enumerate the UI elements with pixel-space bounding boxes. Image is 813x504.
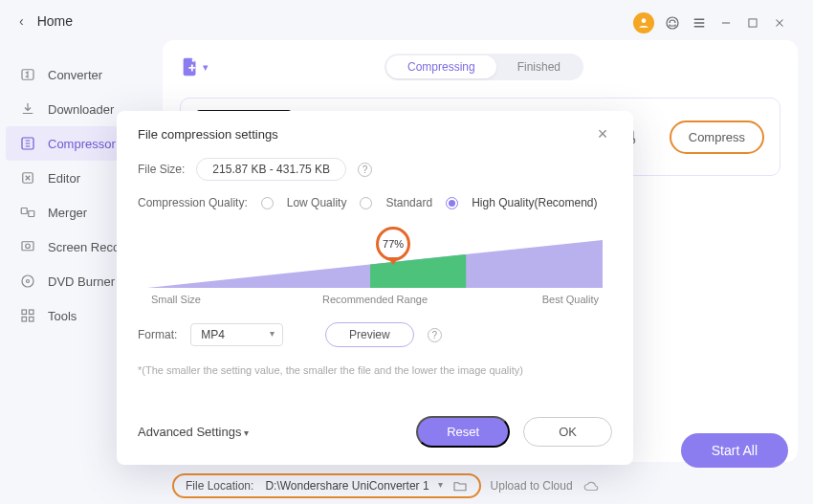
svg-rect-15 bbox=[749, 19, 757, 27]
sidebar-item-label: DVD Burner bbox=[48, 274, 115, 289]
quality-slider-chart[interactable]: 77% Small Size Recommended Range Best Qu… bbox=[147, 225, 603, 299]
tab-finished[interactable]: Finished bbox=[496, 55, 582, 78]
tab-compressing[interactable]: Compressing bbox=[386, 55, 496, 78]
preview-button[interactable]: Preview bbox=[325, 322, 414, 347]
dlg-filesize-value[interactable]: 215.87 KB - 431.75 KB bbox=[196, 158, 346, 181]
svg-point-13 bbox=[642, 18, 647, 23]
downloader-icon bbox=[19, 100, 36, 118]
scale-mid-label: Recommended Range bbox=[322, 294, 428, 305]
svg-rect-10 bbox=[30, 310, 34, 315]
radio-low[interactable] bbox=[261, 197, 274, 209]
format-select[interactable]: MP4 bbox=[190, 323, 283, 346]
minimize-icon[interactable] bbox=[717, 14, 735, 32]
svg-rect-5 bbox=[22, 242, 33, 251]
radio-standard[interactable] bbox=[360, 197, 372, 209]
sidebar-item-label: Tools bbox=[48, 309, 77, 323]
reset-button[interactable]: Reset bbox=[416, 416, 510, 448]
file-location-group: File Location: D:\Wondershare UniConvert… bbox=[172, 473, 481, 498]
tools-icon bbox=[19, 307, 36, 324]
dialog-close-icon[interactable]: × bbox=[593, 124, 612, 144]
merger-icon bbox=[19, 204, 36, 221]
sidebar-item-label: Merger bbox=[48, 206, 87, 220]
open-folder-icon[interactable] bbox=[452, 478, 468, 493]
compression-settings-dialog: File compression settings × File Size: 2… bbox=[117, 111, 633, 465]
upload-cloud-label: Upload to Cloud bbox=[491, 479, 573, 493]
dialog-hint: *(The smaller the setting value, the sma… bbox=[138, 364, 612, 376]
svg-point-6 bbox=[26, 244, 31, 249]
file-location-select[interactable]: D:\Wondershare UniConverter 1 bbox=[261, 479, 444, 493]
compression-quality-label: Compression Quality: bbox=[138, 196, 248, 209]
screenrecorder-icon bbox=[19, 238, 36, 255]
svg-point-8 bbox=[27, 280, 30, 283]
back-icon[interactable]: ‹ bbox=[19, 13, 24, 29]
dvdburner-icon bbox=[19, 273, 36, 290]
quality-low-label: Low Quality bbox=[287, 196, 347, 209]
quality-standard-label: Standard bbox=[385, 196, 432, 209]
ok-button[interactable]: OK bbox=[523, 417, 612, 447]
compressor-icon bbox=[19, 135, 36, 152]
radio-high[interactable] bbox=[446, 197, 458, 209]
quality-high-label: High Quality(Recomend) bbox=[472, 196, 597, 209]
sidebar-item-converter[interactable]: Converter bbox=[0, 57, 163, 92]
maximize-icon[interactable] bbox=[744, 14, 761, 32]
svg-rect-17 bbox=[191, 64, 193, 71]
sidebar-item-label: Compressor bbox=[48, 137, 116, 151]
avatar-icon[interactable] bbox=[633, 12, 654, 33]
svg-point-14 bbox=[667, 17, 678, 29]
svg-rect-11 bbox=[22, 318, 27, 322]
converter-icon bbox=[19, 66, 36, 83]
file-location-label: File Location: bbox=[186, 479, 253, 493]
add-file-button[interactable]: ▾ bbox=[180, 56, 209, 77]
start-all-button[interactable]: Start All bbox=[681, 433, 788, 468]
dlg-filesize-label: File Size: bbox=[138, 163, 185, 176]
svg-rect-4 bbox=[29, 211, 34, 217]
sidebar-item-label: Editor bbox=[48, 171, 80, 186]
scale-left-label: Small Size bbox=[151, 294, 201, 305]
menu-icon[interactable] bbox=[691, 14, 708, 32]
dialog-title: File compression settings bbox=[138, 127, 278, 142]
svg-rect-9 bbox=[22, 310, 27, 315]
sidebar-item-label: Downloader bbox=[48, 102, 114, 117]
titlebar bbox=[163, 6, 798, 40]
svg-rect-12 bbox=[30, 318, 34, 322]
cloud-icon[interactable] bbox=[582, 477, 600, 494]
support-icon[interactable] bbox=[664, 14, 681, 32]
home-label[interactable]: Home bbox=[37, 13, 73, 29]
svg-rect-3 bbox=[21, 208, 27, 214]
slider-marker[interactable]: 77% bbox=[376, 227, 410, 261]
tabs: Compressing Finished bbox=[385, 54, 583, 80]
sidebar-item-label: Converter bbox=[48, 68, 102, 82]
compress-button[interactable]: Compress bbox=[670, 121, 764, 154]
svg-point-7 bbox=[22, 275, 33, 287]
svg-marker-23 bbox=[370, 254, 466, 288]
scale-right-label: Best Quality bbox=[542, 294, 599, 305]
close-window-icon[interactable] bbox=[771, 14, 788, 32]
info-icon-preview[interactable]: ? bbox=[428, 328, 442, 342]
format-label: Format: bbox=[138, 328, 177, 341]
advanced-settings-toggle[interactable]: Advanced Settings bbox=[138, 425, 249, 439]
info-icon[interactable]: ? bbox=[358, 163, 372, 177]
editor-icon bbox=[19, 169, 36, 186]
